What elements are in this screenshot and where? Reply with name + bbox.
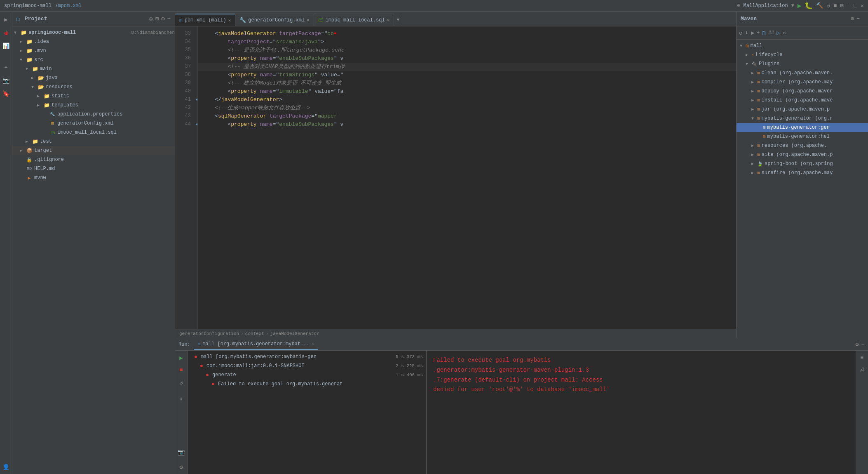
code-content[interactable]: < javaModelGenerator targetPackage =" co…	[198, 26, 736, 329]
tree-sql[interactable]: 🗃 imooc_mall_local.sql	[12, 128, 175, 137]
project-locate-icon[interactable]: ◎	[149, 15, 152, 22]
run-stop-btn[interactable]: ■	[177, 366, 186, 375]
tree-mvn[interactable]: ▶ 📁 .mvn	[12, 46, 175, 55]
tree-java[interactable]: ▶ 📂 java	[12, 73, 175, 83]
bottom-tab-run[interactable]: m mall [org.mybatis.generator:mybat... ×	[194, 339, 318, 350]
tree-main-arrow[interactable]: ▼	[26, 67, 31, 71]
run-item-mall[interactable]: ● mall [org.mybatis.generator:mybatis-ge…	[188, 352, 426, 361]
maven-jar-arrow[interactable]: ▶	[751, 107, 757, 112]
tree-helpmd[interactable]: MD HELP.md	[12, 164, 175, 173]
bookmark-icon[interactable]: 🔖	[2, 89, 11, 98]
tab-generator-close[interactable]: ✕	[307, 17, 310, 23]
maven-site-arrow[interactable]: ▶	[751, 152, 757, 157]
maven-hash-icon[interactable]: ##	[768, 30, 774, 36]
run-snapshot-btn[interactable]: 📷	[177, 448, 186, 457]
tree-test[interactable]: ▶ 📁 test	[12, 137, 175, 146]
tree-root-arrow[interactable]: ▼	[14, 31, 20, 35]
maven-clean-arrow[interactable]: ▶	[751, 71, 757, 75]
bottom-close-icon[interactable]: −	[861, 341, 865, 348]
debug-button[interactable]: 🐛	[805, 2, 813, 10]
project-settings-icon[interactable]: ⚙	[161, 15, 164, 22]
profile-icon[interactable]: 📊	[2, 41, 11, 50]
run-rerun-btn[interactable]: ↺	[177, 378, 186, 387]
breadcrumb-item-1[interactable]: context	[245, 331, 264, 336]
tab-generator[interactable]: 🔧 generatorConfig.xml ✕	[235, 14, 314, 26]
run-item-generate[interactable]: ● generate 1 s 406 ms	[188, 370, 426, 380]
build-button[interactable]: 🔨	[816, 2, 823, 9]
maven-resources-arrow[interactable]: ▶	[751, 143, 757, 148]
maven-item-compiler[interactable]: ▶ m compiler (org.apache.may	[737, 78, 868, 87]
maven-item-spring-boot[interactable]: ▶ 🍃 spring-boot (org.spring	[737, 159, 868, 168]
tab-overflow-btn[interactable]: ▼	[394, 14, 402, 26]
run-play-btn[interactable]: ▶	[177, 353, 186, 362]
run-tab-close[interactable]: ×	[312, 342, 314, 347]
maven-item-resources[interactable]: ▶ m resources (org.apache.	[737, 141, 868, 150]
maven-item-mybatis-gen-goal[interactable]: m mybatis-generator:gen	[737, 123, 868, 132]
tab-pom[interactable]: m pom.xml (mall) ✕	[175, 14, 235, 26]
maven-refresh-icon[interactable]: ↺	[739, 29, 742, 36]
tab-sql[interactable]: 🗃 imooc_mall_local.sql ✕	[314, 14, 394, 26]
maven-item-deploy[interactable]: ▶ m deploy (org.apache.maver	[737, 87, 868, 96]
tree-templates[interactable]: ▶ 📁 templates	[12, 101, 175, 110]
maven-close-icon[interactable]: −	[856, 16, 860, 22]
maven-lifecycle-arrow[interactable]: ▶	[746, 52, 751, 57]
maven-mybatis-arrow[interactable]: ▼	[751, 116, 757, 121]
tree-static[interactable]: ▶ 📁 static	[12, 92, 175, 101]
stop-button[interactable]: ■	[833, 2, 837, 9]
maven-item-mybatis-help-goal[interactable]: m mybatis-generator:hel	[737, 132, 868, 141]
run-item-imooc[interactable]: ● com.imooc:mall:jar:0.0.1-SNAPSHOT 2 s …	[188, 361, 426, 370]
maven-run-icon[interactable]: ▶	[751, 29, 754, 36]
maven-item-jar[interactable]: ▶ m jar (org.apache.maven.p	[737, 105, 868, 114]
maven-item-site[interactable]: ▶ m site (org.apache.maven.p	[737, 150, 868, 159]
maven-plugins-arrow[interactable]: ▼	[746, 62, 751, 66]
maven-spring-arrow[interactable]: ▶	[751, 161, 757, 166]
tree-idea-arrow[interactable]: ▶	[20, 39, 26, 44]
tree-appprops[interactable]: 🔧 application.properties	[12, 110, 175, 119]
tree-mvn-arrow[interactable]: ▶	[20, 48, 26, 53]
tree-resources[interactable]: ▼ 📂 resources	[12, 83, 175, 92]
maven-item-plugins[interactable]: ▼ 🔌 Plugins	[737, 59, 868, 68]
tree-mvnw[interactable]: ▶ mvnw	[12, 173, 175, 182]
run-right-icon-1[interactable]: ≡	[858, 353, 867, 362]
run-item-failed[interactable]: ● Failed to execute goal org.mybatis.gen…	[188, 380, 426, 389]
run-button[interactable]: ▶	[798, 2, 802, 10]
project-expand-icon[interactable]: ⊞	[155, 15, 159, 22]
run-settings-btn[interactable]: ⚙	[177, 462, 186, 472]
minimize-button[interactable]: —	[847, 2, 850, 9]
maven-compiler-arrow[interactable]: ▶	[751, 80, 757, 85]
reload-button[interactable]: ↺	[826, 2, 830, 9]
tree-gitignore[interactable]: 🔒 .gitignore	[12, 155, 175, 164]
camera-icon[interactable]: 📷	[2, 76, 11, 85]
maven-mall-arrow[interactable]: ▼	[740, 44, 746, 48]
maximize-button[interactable]: □	[854, 2, 857, 9]
maven-item-mall[interactable]: ▼ m mall	[737, 41, 868, 50]
maven-item-surefire[interactable]: ▶ m surefire (org.apache.may	[737, 168, 868, 177]
tree-static-arrow[interactable]: ▶	[37, 94, 43, 99]
maven-item-install[interactable]: ▶ m install (org.apache.mave	[737, 96, 868, 105]
maven-more-icon[interactable]: »	[783, 30, 786, 36]
maven-m-icon[interactable]: m	[762, 30, 766, 36]
bottom-settings-icon[interactable]: ⚙	[855, 341, 859, 348]
run-right-icon-2[interactable]: 🖨	[858, 366, 867, 375]
breadcrumb-item-2[interactable]: javaModelGenerator	[270, 331, 319, 336]
run-icon[interactable]: ▶	[2, 15, 11, 24]
tree-target-arrow[interactable]: ▶	[20, 148, 26, 153]
project-close-icon[interactable]: −	[167, 15, 171, 22]
maven-settings-icon[interactable]: ⚙	[851, 15, 854, 22]
maven-item-clean[interactable]: ▶ m clean (org.apache.maven.	[737, 68, 868, 78]
tree-main[interactable]: ▼ 📁 main	[12, 64, 175, 73]
tree-idea[interactable]: ▶ 📁 .idea	[12, 37, 175, 46]
tab-sql-close[interactable]: ✕	[387, 17, 390, 23]
debug-left-icon[interactable]: 🐞	[2, 28, 11, 37]
tree-root[interactable]: ▼ 📁 springimooc-mall D:\diamabianchen	[12, 28, 175, 37]
maven-item-mybatis-generator[interactable]: ▼ m mybatis-generator (org.r	[737, 114, 868, 123]
tab-pom-close[interactable]: ✕	[228, 18, 231, 23]
maven-add-icon[interactable]: +	[757, 30, 760, 36]
breadcrumb-item-0[interactable]: generatorConfiguration	[179, 331, 239, 336]
coverage-icon[interactable]: ☂	[2, 63, 11, 72]
person-icon[interactable]: 👤	[2, 462, 11, 472]
layout-button[interactable]: ⊞	[840, 2, 843, 9]
maven-download-icon[interactable]: ⬇	[745, 29, 748, 36]
maven-play-icon[interactable]: ▷	[777, 29, 780, 36]
tree-test-arrow[interactable]: ▶	[26, 139, 31, 144]
